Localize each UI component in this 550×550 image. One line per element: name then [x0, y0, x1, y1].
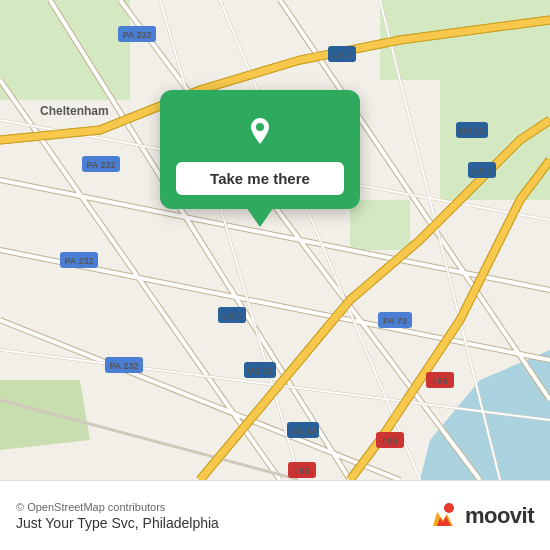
svg-marker-3 — [0, 380, 90, 450]
svg-text:I 95: I 95 — [382, 436, 397, 446]
svg-text:US 13: US 13 — [290, 426, 315, 436]
map-pin-icon — [238, 108, 282, 152]
moovit-brand-icon — [427, 500, 459, 532]
svg-text:PA 232: PA 232 — [64, 256, 93, 266]
svg-text:PA 232: PA 232 — [122, 30, 151, 40]
svg-text:I 95: I 95 — [432, 376, 447, 386]
take-me-there-button[interactable]: Take me there — [176, 162, 344, 195]
svg-text:US 13: US 13 — [247, 366, 272, 376]
bottom-left-info: © OpenStreetMap contributors Just Your T… — [16, 501, 219, 531]
svg-rect-65 — [427, 500, 459, 532]
svg-text:PA 232: PA 232 — [86, 160, 115, 170]
moovit-text: moovit — [465, 503, 534, 529]
svg-text:Cheltenham: Cheltenham — [40, 104, 109, 118]
map-svg: PA 232 PA 232 PA 232 PA 232 US 1 US 1 US… — [0, 0, 550, 480]
osm-attribution: © OpenStreetMap contributors — [16, 501, 219, 513]
svg-text:US 1: US 1 — [332, 50, 352, 60]
svg-text:US 1: US 1 — [472, 166, 492, 176]
location-name: Just Your Type Svc, Philadelphia — [16, 515, 219, 531]
map-container: PA 232 PA 232 PA 232 PA 232 US 1 US 1 US… — [0, 0, 550, 480]
svg-point-64 — [256, 123, 264, 131]
svg-text:PA 73: PA 73 — [383, 316, 407, 326]
svg-text:PA 232: PA 232 — [109, 361, 138, 371]
bottom-bar: © OpenStreetMap contributors Just Your T… — [0, 480, 550, 550]
svg-rect-0 — [0, 0, 130, 100]
location-popup: Take me there — [160, 90, 360, 209]
svg-text:I 95: I 95 — [294, 466, 309, 476]
svg-text:US 13: US 13 — [459, 126, 484, 136]
moovit-logo: moovit — [427, 500, 534, 532]
svg-text:US 1: US 1 — [222, 311, 242, 321]
svg-point-66 — [444, 503, 454, 513]
svg-rect-4 — [350, 200, 410, 250]
